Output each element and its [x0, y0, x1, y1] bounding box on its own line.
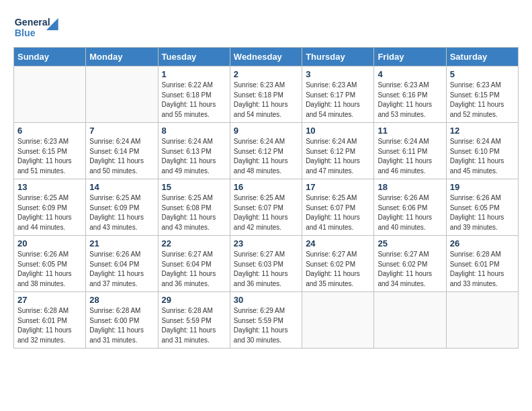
- weekday-header: Sunday: [14, 48, 86, 66]
- day-number: 20: [17, 238, 82, 248]
- day-info: Sunrise: 6:23 AM Sunset: 6:15 PM Dayligh…: [450, 81, 515, 120]
- weekday-header: Wednesday: [230, 48, 302, 66]
- day-number: 29: [162, 295, 226, 305]
- day-info: Sunrise: 6:24 AM Sunset: 6:11 PM Dayligh…: [378, 137, 442, 176]
- day-number: 3: [306, 69, 370, 79]
- day-number: 21: [89, 238, 154, 248]
- day-number: 28: [89, 295, 154, 305]
- day-info: Sunrise: 6:28 AM Sunset: 6:01 PM Dayligh…: [17, 306, 82, 345]
- calendar-day-cell: 6Sunrise: 6:23 AM Sunset: 6:15 PM Daylig…: [14, 123, 86, 179]
- day-number: 1: [162, 69, 226, 79]
- day-number: 4: [378, 69, 442, 79]
- calendar-week-row: 1Sunrise: 6:22 AM Sunset: 6:18 PM Daylig…: [14, 66, 519, 123]
- day-number: 23: [234, 238, 298, 248]
- calendar-day-cell: 29Sunrise: 6:28 AM Sunset: 5:59 PM Dayli…: [158, 292, 230, 349]
- calendar-day-cell: 10Sunrise: 6:24 AM Sunset: 6:12 PM Dayli…: [302, 123, 374, 179]
- day-number: 18: [378, 182, 442, 192]
- calendar-day-cell: [446, 292, 518, 349]
- day-number: 22: [162, 238, 226, 248]
- day-info: Sunrise: 6:23 AM Sunset: 6:17 PM Dayligh…: [306, 81, 370, 120]
- day-info: Sunrise: 6:29 AM Sunset: 5:59 PM Dayligh…: [234, 306, 298, 345]
- day-number: 26: [450, 238, 515, 248]
- calendar-day-cell: 8Sunrise: 6:24 AM Sunset: 6:13 PM Daylig…: [158, 123, 230, 179]
- day-number: 6: [17, 126, 82, 136]
- calendar-day-cell: [374, 292, 446, 349]
- day-number: 14: [89, 182, 154, 192]
- calendar-day-cell: [86, 66, 158, 123]
- calendar-day-cell: 20Sunrise: 6:26 AM Sunset: 6:05 PM Dayli…: [14, 236, 86, 292]
- calendar-day-cell: 11Sunrise: 6:24 AM Sunset: 6:11 PM Dayli…: [374, 123, 446, 179]
- day-info: Sunrise: 6:27 AM Sunset: 6:02 PM Dayligh…: [306, 250, 370, 289]
- logo-image: General Blue: [13, 13, 67, 40]
- calendar-day-cell: [302, 292, 374, 349]
- day-info: Sunrise: 6:23 AM Sunset: 6:16 PM Dayligh…: [378, 81, 442, 120]
- calendar-week-row: 27Sunrise: 6:28 AM Sunset: 6:01 PM Dayli…: [14, 292, 519, 349]
- day-number: 17: [306, 182, 370, 192]
- day-info: Sunrise: 6:28 AM Sunset: 5:59 PM Dayligh…: [162, 306, 226, 345]
- calendar-day-cell: 13Sunrise: 6:25 AM Sunset: 6:09 PM Dayli…: [14, 179, 86, 236]
- calendar-day-cell: 23Sunrise: 6:27 AM Sunset: 6:03 PM Dayli…: [230, 236, 302, 292]
- svg-text:General: General: [15, 17, 50, 28]
- day-info: Sunrise: 6:23 AM Sunset: 6:15 PM Dayligh…: [17, 137, 82, 176]
- weekday-header: Saturday: [446, 48, 518, 66]
- day-info: Sunrise: 6:24 AM Sunset: 6:12 PM Dayligh…: [306, 137, 370, 176]
- day-number: 16: [234, 182, 298, 192]
- calendar-day-cell: 24Sunrise: 6:27 AM Sunset: 6:02 PM Dayli…: [302, 236, 374, 292]
- calendar-week-row: 6Sunrise: 6:23 AM Sunset: 6:15 PM Daylig…: [14, 123, 519, 179]
- weekday-header: Thursday: [302, 48, 374, 66]
- day-info: Sunrise: 6:24 AM Sunset: 6:14 PM Dayligh…: [89, 137, 154, 176]
- day-number: 15: [162, 182, 226, 192]
- calendar-day-cell: 26Sunrise: 6:28 AM Sunset: 6:01 PM Dayli…: [446, 236, 518, 292]
- day-number: 25: [378, 238, 442, 248]
- day-number: 19: [450, 182, 515, 192]
- calendar-day-cell: 22Sunrise: 6:27 AM Sunset: 6:04 PM Dayli…: [158, 236, 230, 292]
- calendar-week-row: 20Sunrise: 6:26 AM Sunset: 6:05 PM Dayli…: [14, 236, 519, 292]
- calendar-week-row: 13Sunrise: 6:25 AM Sunset: 6:09 PM Dayli…: [14, 179, 519, 236]
- calendar-day-cell: 17Sunrise: 6:25 AM Sunset: 6:07 PM Dayli…: [302, 179, 374, 236]
- day-number: 27: [17, 295, 82, 305]
- calendar-day-cell: 4Sunrise: 6:23 AM Sunset: 6:16 PM Daylig…: [374, 66, 446, 123]
- calendar-day-cell: 21Sunrise: 6:26 AM Sunset: 6:04 PM Dayli…: [86, 236, 158, 292]
- calendar-day-cell: 9Sunrise: 6:24 AM Sunset: 6:12 PM Daylig…: [230, 123, 302, 179]
- day-number: 9: [234, 126, 298, 136]
- day-info: Sunrise: 6:25 AM Sunset: 6:08 PM Dayligh…: [162, 193, 226, 232]
- day-info: Sunrise: 6:24 AM Sunset: 6:12 PM Dayligh…: [234, 137, 298, 176]
- day-info: Sunrise: 6:23 AM Sunset: 6:18 PM Dayligh…: [234, 81, 298, 120]
- day-info: Sunrise: 6:25 AM Sunset: 6:07 PM Dayligh…: [234, 193, 298, 232]
- day-number: 11: [378, 126, 442, 136]
- day-number: 2: [234, 69, 298, 79]
- logo: General Blue: [13, 13, 67, 40]
- day-info: Sunrise: 6:27 AM Sunset: 6:02 PM Dayligh…: [378, 250, 442, 289]
- weekday-header: Monday: [86, 48, 158, 66]
- weekday-header: Tuesday: [158, 48, 230, 66]
- day-info: Sunrise: 6:27 AM Sunset: 6:03 PM Dayligh…: [234, 250, 298, 289]
- day-info: Sunrise: 6:28 AM Sunset: 6:00 PM Dayligh…: [89, 306, 154, 345]
- day-info: Sunrise: 6:27 AM Sunset: 6:04 PM Dayligh…: [162, 250, 226, 289]
- day-info: Sunrise: 6:28 AM Sunset: 6:01 PM Dayligh…: [450, 250, 515, 289]
- day-info: Sunrise: 6:26 AM Sunset: 6:06 PM Dayligh…: [378, 193, 442, 232]
- day-info: Sunrise: 6:24 AM Sunset: 6:10 PM Dayligh…: [450, 137, 515, 176]
- calendar-day-cell: 3Sunrise: 6:23 AM Sunset: 6:17 PM Daylig…: [302, 66, 374, 123]
- day-info: Sunrise: 6:24 AM Sunset: 6:13 PM Dayligh…: [162, 137, 226, 176]
- day-info: Sunrise: 6:25 AM Sunset: 6:07 PM Dayligh…: [306, 193, 370, 232]
- calendar-day-cell: 12Sunrise: 6:24 AM Sunset: 6:10 PM Dayli…: [446, 123, 518, 179]
- day-info: Sunrise: 6:26 AM Sunset: 6:05 PM Dayligh…: [17, 250, 82, 289]
- page-header: General Blue: [13, 13, 519, 40]
- calendar-table: SundayMondayTuesdayWednesdayThursdayFrid…: [13, 47, 519, 349]
- day-info: Sunrise: 6:26 AM Sunset: 6:04 PM Dayligh…: [89, 250, 154, 289]
- day-info: Sunrise: 6:22 AM Sunset: 6:18 PM Dayligh…: [162, 81, 226, 120]
- day-number: 13: [17, 182, 82, 192]
- calendar-day-cell: 15Sunrise: 6:25 AM Sunset: 6:08 PM Dayli…: [158, 179, 230, 236]
- day-number: 12: [450, 126, 515, 136]
- svg-text:Blue: Blue: [15, 28, 36, 38]
- calendar-day-cell: 19Sunrise: 6:26 AM Sunset: 6:05 PM Dayli…: [446, 179, 518, 236]
- day-info: Sunrise: 6:25 AM Sunset: 6:09 PM Dayligh…: [17, 193, 82, 232]
- calendar-day-cell: [14, 66, 86, 123]
- day-info: Sunrise: 6:25 AM Sunset: 6:09 PM Dayligh…: [89, 193, 154, 232]
- calendar-day-cell: 1Sunrise: 6:22 AM Sunset: 6:18 PM Daylig…: [158, 66, 230, 123]
- calendar-day-cell: 2Sunrise: 6:23 AM Sunset: 6:18 PM Daylig…: [230, 66, 302, 123]
- calendar-day-cell: 5Sunrise: 6:23 AM Sunset: 6:15 PM Daylig…: [446, 66, 518, 123]
- day-number: 7: [89, 126, 154, 136]
- calendar-day-cell: 30Sunrise: 6:29 AM Sunset: 5:59 PM Dayli…: [230, 292, 302, 349]
- day-info: Sunrise: 6:26 AM Sunset: 6:05 PM Dayligh…: [450, 193, 515, 232]
